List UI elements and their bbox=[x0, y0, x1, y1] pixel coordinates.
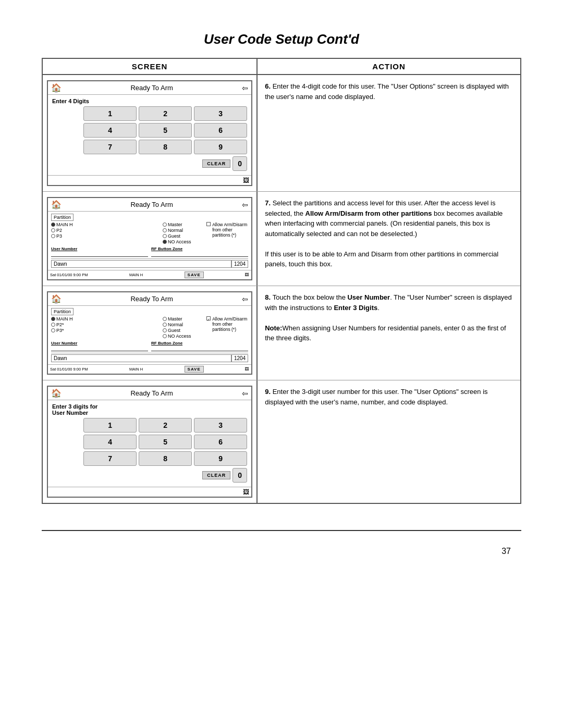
page-number: 37 bbox=[42, 547, 521, 556]
action-cell-3: 8. Touch the box below the User Number. … bbox=[258, 286, 520, 380]
radio-monitor-circle-3 bbox=[163, 317, 167, 321]
key-0-4[interactable]: 0 bbox=[232, 468, 247, 483]
user-number-input-3[interactable] bbox=[51, 346, 148, 351]
key-5[interactable]: 5 bbox=[139, 123, 192, 138]
rf-button-input-2[interactable] bbox=[151, 252, 248, 257]
key-7[interactable]: 7 bbox=[83, 140, 137, 154]
radio-guest-circle-3 bbox=[163, 328, 167, 332]
radio-noaccess-label-3: NO Access bbox=[168, 334, 191, 339]
radio-guest-label-2: Guest bbox=[168, 233, 180, 239]
key-8[interactable]: 8 bbox=[139, 140, 192, 154]
allow-disarm-col-3: Allow Arm/Disarm from other partitions (… bbox=[206, 316, 248, 332]
code-box-2: 1204 bbox=[231, 260, 248, 268]
rf-button-input-3[interactable] bbox=[151, 346, 248, 351]
save-button-3[interactable]: SAVE bbox=[185, 366, 204, 373]
key-4[interactable]: 4 bbox=[83, 123, 137, 138]
name-box-3: Dawn bbox=[51, 354, 231, 362]
action-text-3c: . bbox=[377, 304, 380, 312]
radio-main-label-3: MAIN H bbox=[56, 316, 73, 322]
arrow-icon-3: ⇦ bbox=[242, 295, 248, 303]
partition-left-3: MAIN H P2* P3* bbox=[51, 316, 160, 334]
action-bold-2a: Allow Arm/Disarm from other partitions bbox=[305, 209, 432, 217]
user-number-field-3: User Number bbox=[51, 341, 148, 351]
user-fields-3: User Number RF Button Zone bbox=[51, 341, 248, 351]
note-label-3: Note: bbox=[265, 324, 282, 332]
rf-button-label-3: RF Button Zone bbox=[151, 341, 248, 346]
action-text-3a: Touch the box below the bbox=[273, 293, 348, 301]
bottom-rule bbox=[42, 530, 521, 531]
clear-button-4[interactable]: CLEAR bbox=[202, 471, 230, 479]
status-partition-3: MAIN H bbox=[129, 367, 143, 372]
screen-topbar-2: 🏠 Ready To Arm ⇦ bbox=[48, 198, 251, 212]
clear-button-1[interactable]: CLEAR bbox=[202, 159, 230, 168]
radio-p3-2: P3 bbox=[51, 233, 160, 239]
key-3-4[interactable]: 3 bbox=[194, 418, 247, 433]
keypad-body-1: Enter 4 Digits 1 2 3 4 5 6 7 8 9 bbox=[48, 95, 251, 175]
partition-options-row-2: MAIN H P2 P3 bbox=[51, 222, 248, 245]
arrow-icon-2: ⇦ bbox=[242, 201, 248, 209]
key-3[interactable]: 3 bbox=[194, 106, 247, 121]
partition-options-row-3: MAIN H P2* P3* bbox=[51, 316, 248, 339]
radio-p2-2: P2 bbox=[51, 228, 160, 233]
allow-label-3: Allow Arm/Disarm from other partitions (… bbox=[212, 316, 248, 332]
user-number-field-2: User Number bbox=[51, 246, 148, 257]
action-text-1: Enter the 4-digit code for this user. Th… bbox=[265, 82, 509, 101]
status-time-3: Sat 01/01/00 9:00 PM bbox=[50, 367, 88, 372]
partition-statusbar-2: Sat 01/01/00 9:00 PM MAIN H SAVE 🖼 bbox=[48, 270, 251, 279]
allow-checkbox-3[interactable] bbox=[206, 316, 211, 320]
key-7-4[interactable]: 7 bbox=[83, 451, 137, 466]
allow-row-3: Allow Arm/Disarm from other partitions (… bbox=[206, 316, 248, 332]
radio-noaccess-3: NO Access bbox=[163, 334, 203, 339]
key-2-4[interactable]: 2 bbox=[139, 418, 192, 433]
partition-footer-3: Dawn 1204 bbox=[51, 353, 248, 362]
action-column-header: Action bbox=[258, 59, 520, 74]
radio-noaccess-circle-2 bbox=[163, 240, 167, 244]
step-number-3: 8. bbox=[265, 293, 272, 301]
radio-main-2: MAIN H bbox=[51, 222, 160, 227]
radio-monitor-label-3: Master bbox=[168, 316, 182, 322]
screen-cell-3: 🏠 Ready To Arm ⇦ Partition MAIN H bbox=[43, 286, 258, 380]
radio-empty-p3-2 bbox=[51, 234, 55, 238]
screen-bottombar-1: 🖼 bbox=[48, 175, 251, 185]
partition-screen-2: 🏠 Ready To Arm ⇦ Partition MAIN H bbox=[47, 197, 252, 280]
user-number-input-2[interactable] bbox=[51, 252, 148, 257]
screen-title-3: Ready To Arm bbox=[62, 295, 242, 303]
partition-screen-3: 🏠 Ready To Arm ⇦ Partition MAIN H bbox=[47, 291, 252, 375]
action-text-2c: If this user is to be able to Arm and Di… bbox=[265, 250, 498, 268]
key-9-4[interactable]: 9 bbox=[194, 451, 247, 466]
key-6-4[interactable]: 6 bbox=[194, 435, 247, 449]
allow-checkbox-2[interactable] bbox=[206, 222, 211, 226]
radio-empty-p2-3 bbox=[51, 323, 55, 327]
radio-normal-circle-2 bbox=[163, 228, 167, 232]
partition-body-3: Partition MAIN H P2* bbox=[48, 306, 251, 364]
step-number-2: 7. bbox=[265, 199, 272, 207]
key-1[interactable]: 1 bbox=[83, 106, 137, 121]
radio-p3-label-2: P3 bbox=[56, 233, 62, 239]
key-5-4[interactable]: 5 bbox=[139, 435, 192, 449]
radio-monitor-label-2: Master bbox=[168, 222, 182, 227]
key-9[interactable]: 9 bbox=[194, 140, 247, 154]
radio-empty-p3-3 bbox=[51, 328, 55, 332]
save-button-2[interactable]: SAVE bbox=[185, 272, 204, 278]
radio-p2-label-3: P2* bbox=[56, 322, 64, 327]
radio-normal-2: Normal bbox=[163, 228, 203, 233]
screen-topbar-1: 🏠 Ready To Arm ⇦ bbox=[48, 81, 251, 95]
radio-empty-p2-2 bbox=[51, 228, 55, 232]
key-1-4[interactable]: 1 bbox=[83, 418, 137, 433]
clear-row-1: CLEAR 0 bbox=[52, 156, 247, 171]
keypad-prompt-1: Enter 4 Digits bbox=[52, 98, 247, 104]
key-2[interactable]: 2 bbox=[139, 106, 192, 121]
arrow-icon-4: ⇦ bbox=[242, 389, 248, 398]
screen-title-2: Ready To Arm bbox=[62, 201, 242, 208]
table-row: 🏠 Ready To Arm ⇦ Enter 4 Digits 1 2 3 4 … bbox=[43, 75, 520, 192]
step-number-1: 6. bbox=[265, 82, 272, 90]
allow-disarm-col-2: Allow Arm/Disarm from other partitions (… bbox=[206, 222, 248, 238]
radio-p3-3: P3* bbox=[51, 328, 160, 333]
screen-cell-4: 🏠 Ready To Arm ⇦ Enter 3 digits forUser … bbox=[43, 380, 258, 503]
keypad-screen-4: 🏠 Ready To Arm ⇦ Enter 3 digits forUser … bbox=[47, 386, 252, 498]
key-8-4[interactable]: 8 bbox=[139, 451, 192, 466]
radio-normal-circle-3 bbox=[163, 323, 167, 327]
key-0[interactable]: 0 bbox=[232, 156, 247, 171]
key-4-4[interactable]: 4 bbox=[83, 435, 137, 449]
key-6[interactable]: 6 bbox=[194, 123, 247, 138]
